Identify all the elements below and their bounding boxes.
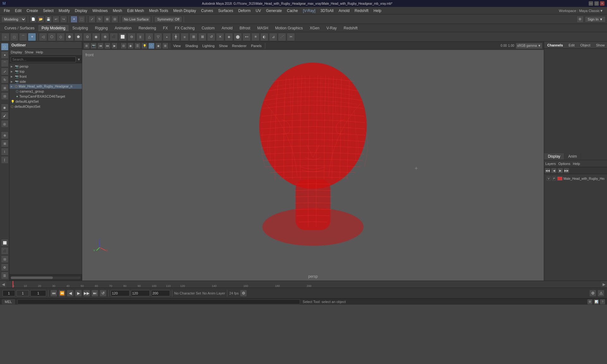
snap-grid-btn[interactable]: ⊞ [1,140,9,147]
menu-vray[interactable]: [V-Ray] [300,8,318,14]
soft-sel-btn[interactable]: ◉ [1,104,9,111]
combine-btn[interactable]: ⬛ [110,33,118,41]
snap-curve-btn[interactable]: ⌇ [1,148,9,155]
menu-cache[interactable]: Cache [284,8,300,14]
layer-r-btn[interactable]: P [552,176,556,181]
lasso-btn[interactable]: ⬚ [78,16,85,23]
menu-display[interactable]: Display [72,8,90,14]
vp-next-btn[interactable]: ⏭ [104,43,111,49]
da-tab-display[interactable]: Display [544,153,564,160]
transform-left-btn[interactable]: ⊟ [1,92,9,100]
vp-grid-btn[interactable]: ⊟ [120,43,127,49]
menu-arnold[interactable]: Arnold [336,8,352,14]
mel-input[interactable] [17,299,300,304]
vp-prev-btn[interactable]: ⏮ [97,43,104,49]
rp-tab-object[interactable]: Object [578,43,592,48]
delete-edge-btn[interactable]: ✕ [216,33,224,41]
tab-custom[interactable]: Custom [199,25,218,31]
rotate-btn[interactable]: ↻ [96,16,103,23]
pb-goto-start-btn[interactable]: ⏮ [50,290,57,297]
tool-settings-btn[interactable]: ⚙ [1,264,9,271]
tree-item-persp[interactable]: ▶ 📷 persp [9,64,82,69]
tab-vray[interactable]: V-Ray [323,25,340,31]
reduce-btn[interactable]: △ [145,33,153,41]
knife-btn[interactable]: ⊿ [269,33,277,41]
paint-btn[interactable]: 🖌 [1,112,9,119]
menu-modify[interactable]: Modify [56,8,72,14]
scale-left-btn[interactable]: ⊞ [1,84,9,92]
viewport-canvas[interactable]: front [82,50,544,281]
tree-item-camera-group[interactable]: ⬡ camera1_group [9,89,82,94]
menu-mesh[interactable]: Mesh [110,8,125,14]
snap-pts-btn[interactable]: ⊕ [1,131,9,139]
quick-sel-btn[interactable]: ⬛ [1,247,9,255]
frame-indicator[interactable] [30,290,46,296]
max-frame-input[interactable] [151,290,170,296]
menu-redshift[interactable]: Redshift [352,8,371,14]
move-btn[interactable]: ⤢ [89,16,95,23]
wedge-btn[interactable]: ◐ [260,33,268,41]
menu-edit[interactable]: Edit [12,8,24,14]
status-icon-chart[interactable]: 📊 [594,299,599,304]
merge-btn[interactable]: ⬟ [74,33,83,41]
smooth-btn[interactable]: ◉ [92,33,100,41]
pb-play-btn[interactable]: ▶ [75,290,82,297]
tab-poly-modeling[interactable]: Poly Modeling [38,25,68,31]
channel-box-btn[interactable]: ☰ [1,272,9,279]
render-settings-btn[interactable]: ⚙ [577,16,584,23]
spin-edge-btn[interactable]: ↺ [207,33,215,41]
close-button[interactable]: ✕ [600,1,604,6]
quads-btn[interactable]: ▪ [163,33,171,41]
timeline-ruler[interactable]: 0 10 20 30 40 50 60 70 80 90 100 110 120… [6,281,601,288]
tab-redshift[interactable]: Redshift [340,25,361,31]
transform-btn[interactable]: ⊟ [111,16,118,23]
tab-xgen[interactable]: XGen [307,25,323,31]
menu-edit-mesh[interactable]: Edit Mesh [125,8,146,14]
tab-arnold[interactable]: Arnold [218,25,236,31]
tree-item-male-head[interactable]: ▶ ⬡ Male_Head_with_Rugby_Headgear_n [9,84,82,89]
bridge-btn[interactable]: ⬡ [48,33,56,41]
fps-settings-btn[interactable]: ⚙ [240,290,247,297]
poke-btn[interactable]: ✳ [251,33,260,41]
select-tool-btn[interactable]: ✦ [71,16,77,23]
menu-3dtoall[interactable]: 3DToAll [318,8,336,14]
menu-windows[interactable]: Windows [90,8,110,14]
separate-btn[interactable]: ⬜ [119,33,127,41]
select-rect-btn[interactable]: □ [10,33,18,41]
move-left-btn[interactable]: ⤢ [1,68,9,75]
mode-select[interactable]: Modeling Rigging Animation [1,16,26,22]
menu-generate[interactable]: Generate [263,8,284,14]
open-btn[interactable]: 📂 [37,16,44,23]
vp-menu-view[interactable]: View [171,43,183,48]
tab-curves-surfaces[interactable]: Curves / Surfaces [1,25,38,31]
layers-menu-options[interactable]: Options [558,162,570,166]
select-lasso-btn[interactable]: ⌒ [19,33,27,41]
outliner-search-input[interactable] [11,57,76,62]
vp-menu-lighting[interactable]: Lighting [200,43,217,48]
view-presets-btn[interactable]: ⬜ [1,239,9,246]
vp-smooth-btn[interactable]: ◉ [155,43,162,49]
select-tool-shelf-btn[interactable]: ✦ [28,33,36,41]
menu-surfaces[interactable]: Surfaces [216,8,236,14]
scale-btn[interactable]: ⊞ [104,16,111,23]
vp-menu-show[interactable]: Show [217,43,230,48]
workspace-label[interactable]: Workspace : Maya Classic▼ [559,9,606,13]
rp-tab-channels[interactable]: Channels [545,43,565,48]
tree-item-tempcam[interactable]: ✦ TempCamFBXASCD46Target [9,94,82,99]
fill-hole-btn[interactable]: ⊙ [83,33,91,41]
attr-editor-btn[interactable]: ⊟ [1,255,9,263]
tab-motion-graphics[interactable]: Motion Graphics [272,25,306,31]
vp-cam-btn[interactable]: 📷 [90,43,97,49]
menu-mesh-tools[interactable]: Mesh Tools [147,8,171,14]
warning-btn[interactable]: ⚠ [598,290,604,297]
start-frame-input[interactable] [3,290,15,296]
mel-label[interactable]: MEL [2,299,15,304]
bevel-btn[interactable]: ◇ [57,33,65,41]
ch-btn-rewind[interactable]: ◀◀ [545,168,550,173]
tree-item-light-set[interactable]: 💡 defaultLightSet [9,99,82,104]
tree-item-object-set[interactable]: ⬡ defaultObjectSet [9,104,82,109]
vp-light-btn[interactable]: 💡 [141,43,148,49]
pb-loop-btn[interactable]: ↺ [100,290,107,297]
render-status-btn[interactable]: ⚙ [589,290,596,297]
range-end-input[interactable] [111,290,130,296]
